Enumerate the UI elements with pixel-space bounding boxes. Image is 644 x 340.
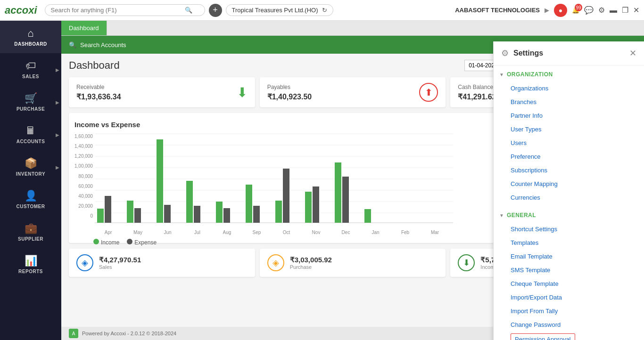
add-button[interactable]: + bbox=[209, 4, 222, 17]
organization-arrow: ▼ bbox=[499, 72, 504, 77]
settings-close-icon[interactable]: ✕ bbox=[629, 48, 636, 58]
settings-body: ▼ ORGANIZATION Organizations Branches Pa… bbox=[494, 65, 644, 340]
logo: accoxi bbox=[5, 4, 37, 16]
restore-icon[interactable]: ❐ bbox=[622, 6, 628, 15]
settings-item-users[interactable]: Users bbox=[505, 136, 644, 150]
company-selector[interactable]: Tropical Treasures Pvt Ltd.(HO) ↻ bbox=[226, 4, 333, 16]
supplier-icon: 💼 bbox=[25, 222, 37, 235]
chart-legend: Income Expense bbox=[74, 239, 555, 246]
purchase-arrow: ▶ bbox=[56, 99, 59, 105]
bar-sep-expense bbox=[253, 206, 260, 223]
page-title: Dashboard bbox=[69, 59, 120, 72]
sales-icon: 🏷 bbox=[25, 60, 36, 72]
payables-card: Payables ₹1,40,923.50 ⬆ bbox=[260, 77, 446, 107]
settings-item-import-tally[interactable]: Import From Tally bbox=[505, 304, 644, 318]
sidebar-label-accounts: ACCOUNTS bbox=[17, 139, 45, 144]
payables-label: Payables bbox=[267, 84, 312, 90]
purchase-icon: 🛒 bbox=[25, 92, 37, 105]
settings-item-permission-approval[interactable]: Permission Approval bbox=[511, 333, 575, 340]
bar-dec-income bbox=[335, 162, 341, 223]
settings-item-currencies[interactable]: Currencies bbox=[505, 191, 644, 204]
bar-jul-expense bbox=[194, 206, 200, 223]
sidebar-label-dashboard: DASHBOARD bbox=[14, 41, 47, 47]
sidebar-item-supplier[interactable]: 💼 SUPPLIER bbox=[0, 216, 61, 248]
bar-may-income bbox=[127, 201, 133, 223]
settings-item-user-types[interactable]: User Types bbox=[505, 122, 644, 136]
bar-jan-income bbox=[364, 209, 371, 223]
notification-bell[interactable]: 🔔 99 bbox=[572, 7, 579, 14]
settings-panel: ⚙ Settings ✕ ▼ ORGANIZATION Organization… bbox=[493, 41, 644, 340]
settings-item-counter-mapping[interactable]: Counter Mapping bbox=[505, 177, 644, 191]
accounts-icon: 🖩 bbox=[25, 125, 36, 137]
sales-bottom-label: Sales bbox=[99, 264, 141, 270]
footer-logo: A bbox=[69, 329, 78, 338]
settings-gear-icon: ⚙ bbox=[501, 48, 509, 58]
bar-sep-income bbox=[246, 185, 252, 223]
settings-item-change-password[interactable]: Change Password bbox=[505, 318, 644, 332]
settings-item-templates[interactable]: Templates bbox=[505, 236, 644, 250]
sales-arrow: ▶ bbox=[56, 67, 59, 72]
purchase-bottom-card: ◈ ₹3,03,005.92 Purchase bbox=[260, 249, 446, 277]
organization-section-header[interactable]: ▼ ORGANIZATION bbox=[494, 67, 644, 81]
settings-item-email-template[interactable]: Email Template bbox=[505, 250, 644, 263]
bar-dec-expense bbox=[342, 177, 349, 223]
settings-item-cheque-template[interactable]: Cheque Template bbox=[505, 277, 644, 291]
payables-icon: ⬆ bbox=[419, 83, 438, 102]
sidebar-item-customer[interactable]: 👤 CUSTOMER bbox=[0, 183, 61, 216]
organization-items: Organizations Branches Partner Info User… bbox=[494, 81, 644, 204]
settings-item-shortcut[interactable]: Shortcut Settings bbox=[505, 222, 644, 236]
general-items: Shortcut Settings Templates Email Templa… bbox=[494, 222, 644, 340]
search-box[interactable]: 🔍 bbox=[45, 4, 205, 16]
search-icon: 🔍 bbox=[185, 7, 192, 14]
general-section-header[interactable]: ▼ GENERAL bbox=[494, 208, 644, 222]
sales-bottom-icon: ◈ bbox=[76, 254, 93, 271]
receivable-value: ₹1,93,636.34 bbox=[76, 92, 121, 101]
bar-aug-income bbox=[216, 202, 223, 223]
settings-item-sms-template[interactable]: SMS Template bbox=[505, 263, 644, 277]
purchase-bottom-label: Purchase bbox=[290, 264, 332, 270]
sidebar-item-dashboard[interactable]: ⌂ DASHBOARD bbox=[0, 21, 61, 53]
bar-oct-income bbox=[275, 201, 282, 223]
bar-chart-svg bbox=[95, 134, 453, 223]
income-bottom-icon: ⬇ bbox=[458, 254, 475, 271]
bar-jun-expense bbox=[164, 205, 171, 223]
sidebar-label-sales: SALES bbox=[22, 74, 39, 79]
dashboard-icon: ⌂ bbox=[27, 27, 33, 40]
search-accounts-icon: 🔍 bbox=[69, 41, 76, 49]
settings-item-organizations[interactable]: Organizations bbox=[505, 81, 644, 95]
topbar-right: AABASOFT TECHNOLOGIES ▶ ● 🔔 99 💬 ⚙ ▬ ❐ ✕ bbox=[455, 4, 639, 17]
close-window-icon[interactable]: ✕ bbox=[633, 6, 639, 15]
settings-item-partner-info[interactable]: Partner Info bbox=[505, 109, 644, 122]
topbar: accoxi 🔍 + Tropical Treasures Pvt Ltd.(H… bbox=[0, 0, 644, 21]
sidebar-item-inventory[interactable]: 📦 INVENTORY ▶ bbox=[0, 151, 61, 183]
minimize-icon[interactable]: ▬ bbox=[610, 6, 617, 15]
customer-icon: 👤 bbox=[25, 190, 37, 202]
tab-dashboard[interactable]: Dashboard bbox=[61, 21, 107, 35]
purchase-bottom-icon: ◈ bbox=[267, 254, 284, 271]
purchase-bottom-value: ₹3,03,005.92 bbox=[290, 256, 332, 264]
message-icon[interactable]: 💬 bbox=[584, 6, 594, 15]
bar-jul-income bbox=[186, 181, 193, 223]
settings-topbar-icon[interactable]: ⚙ bbox=[598, 6, 605, 15]
settings-item-import-export[interactable]: Import/Export Data bbox=[505, 291, 644, 304]
chart-title: Income vs Expense bbox=[74, 121, 140, 129]
settings-item-subscriptions[interactable]: Subscriptions bbox=[505, 163, 644, 177]
search-input[interactable] bbox=[51, 7, 183, 14]
settings-item-preference[interactable]: Preference bbox=[505, 150, 644, 163]
sidebar-label-customer: CUSTOMER bbox=[16, 204, 45, 209]
refresh-icon[interactable]: ↻ bbox=[322, 7, 327, 14]
bar-jun-income bbox=[157, 139, 163, 223]
settings-item-branches[interactable]: Branches bbox=[505, 95, 644, 109]
sidebar-item-purchase[interactable]: 🛒 PURCHASE ▶ bbox=[0, 86, 61, 118]
search-accounts-label: Search Accounts bbox=[80, 41, 126, 49]
sidebar-label-supplier: SUPPLIER bbox=[18, 236, 43, 242]
settings-title: Settings bbox=[513, 49, 543, 57]
y-axis: 1,60,000 1,40,000 1,20,000 1,00,000 80,0… bbox=[74, 134, 95, 219]
sidebar-item-reports[interactable]: 📊 REPORTS bbox=[0, 248, 61, 281]
sidebar-item-sales[interactable]: 🏷 SALES ▶ bbox=[0, 53, 61, 86]
user-avatar[interactable]: ● bbox=[554, 4, 567, 17]
sales-bottom-value: ₹4,27,970.51 bbox=[99, 256, 141, 264]
company-label: AABASOFT TECHNOLOGIES bbox=[455, 7, 540, 14]
tab-bar: Dashboard bbox=[61, 21, 644, 36]
sidebar-item-accounts[interactable]: 🖩 ACCOUNTS ▶ bbox=[0, 118, 61, 151]
